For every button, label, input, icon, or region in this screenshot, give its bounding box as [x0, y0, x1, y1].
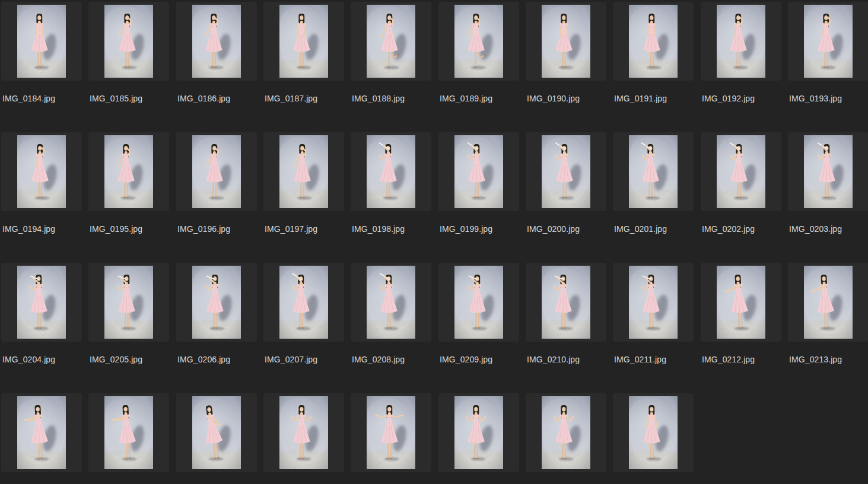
filename-label[interactable]: IMG_0213.jpg	[788, 355, 868, 365]
filename-label[interactable]: IMG_0191.jpg	[613, 94, 694, 104]
photo-thumbnail-tile[interactable]	[788, 132, 868, 211]
photo-thumbnail-tile[interactable]	[438, 263, 519, 342]
filename-label[interactable]: IMG_0212.jpg	[701, 355, 781, 365]
photo-thumbnail-tile[interactable]	[88, 393, 169, 472]
gallery-item[interactable]: IMG_0197.jpg	[263, 132, 344, 234]
filename-label[interactable]: IMG_0210.jpg	[526, 355, 606, 365]
photo-thumbnail-tile[interactable]	[788, 2, 868, 81]
photo-thumbnail-tile[interactable]	[351, 132, 431, 211]
gallery-item[interactable]: IMG_0211.jpg	[613, 263, 694, 365]
filename-label[interactable]: IMG_0192.jpg	[701, 94, 781, 104]
gallery-item[interactable]: IMG_0194.jpg	[1, 132, 82, 234]
filename-label[interactable]: IMG_0187.jpg	[263, 94, 344, 104]
photo-thumbnail-tile[interactable]	[701, 2, 781, 81]
filename-label[interactable]: IMG_0186.jpg	[176, 94, 257, 104]
gallery-item[interactable]	[351, 393, 431, 484]
photo-thumbnail-tile[interactable]	[88, 132, 169, 211]
filename-label[interactable]: IMG_0189.jpg	[438, 94, 519, 104]
gallery-item[interactable]: IMG_0209.jpg	[438, 263, 519, 365]
gallery-item[interactable]: IMG_0188.jpg	[351, 2, 431, 104]
photo-thumbnail-tile[interactable]	[526, 2, 606, 81]
gallery-item[interactable]	[1, 393, 82, 484]
gallery-item[interactable]: IMG_0206.jpg	[176, 263, 257, 365]
filename-label[interactable]: IMG_0208.jpg	[351, 355, 431, 365]
photo-thumbnail-tile[interactable]	[526, 263, 606, 342]
filename-label[interactable]: IMG_0188.jpg	[351, 94, 431, 104]
photo-thumbnail-tile[interactable]	[613, 2, 694, 81]
photo-thumbnail-tile[interactable]	[1, 393, 82, 472]
photo-thumbnail-tile[interactable]	[351, 393, 431, 472]
gallery-item[interactable]: IMG_0204.jpg	[1, 263, 82, 365]
gallery-item[interactable]: IMG_0192.jpg	[701, 2, 781, 104]
gallery-item[interactable]	[176, 393, 257, 484]
gallery-item[interactable]: IMG_0184.jpg	[1, 2, 82, 104]
photo-thumbnail-tile[interactable]	[263, 2, 344, 81]
photo-thumbnail-tile[interactable]	[788, 263, 868, 342]
photo-thumbnail-tile[interactable]	[438, 132, 519, 211]
gallery-item[interactable]: IMG_0186.jpg	[176, 2, 257, 104]
gallery-item[interactable]: IMG_0207.jpg	[263, 263, 344, 365]
filename-label[interactable]: IMG_0196.jpg	[176, 224, 257, 234]
photo-thumbnail-tile[interactable]	[176, 2, 257, 81]
filename-label[interactable]: IMG_0198.jpg	[351, 224, 431, 234]
filename-label[interactable]: IMG_0184.jpg	[1, 94, 82, 104]
photo-thumbnail-tile[interactable]	[613, 393, 694, 472]
gallery-item[interactable]: IMG_0193.jpg	[788, 2, 868, 104]
gallery-item[interactable]: IMG_0195.jpg	[88, 132, 169, 234]
photo-thumbnail-tile[interactable]	[1, 2, 82, 81]
photo-thumbnail-tile[interactable]	[176, 263, 257, 342]
filename-label[interactable]: IMG_0201.jpg	[613, 224, 694, 234]
filename-label[interactable]: IMG_0185.jpg	[88, 94, 169, 104]
photo-thumbnail-tile[interactable]	[1, 263, 82, 342]
photo-thumbnail-tile[interactable]	[263, 263, 344, 342]
photo-thumbnail-tile[interactable]	[88, 263, 169, 342]
photo-thumbnail-tile[interactable]	[613, 263, 694, 342]
gallery-item[interactable]: IMG_0185.jpg	[88, 2, 169, 104]
photo-thumbnail-tile[interactable]	[701, 132, 781, 211]
gallery-item[interactable]: IMG_0212.jpg	[701, 263, 781, 365]
filename-label[interactable]: IMG_0209.jpg	[438, 355, 519, 365]
photo-thumbnail-tile[interactable]	[526, 132, 606, 211]
gallery-item[interactable]: IMG_0201.jpg	[613, 132, 694, 234]
gallery-item[interactable]	[526, 393, 606, 484]
filename-label[interactable]: IMG_0200.jpg	[526, 224, 606, 234]
photo-thumbnail-tile[interactable]	[88, 2, 169, 81]
filename-label[interactable]: IMG_0211.jpg	[613, 355, 694, 365]
filename-label[interactable]: IMG_0193.jpg	[788, 94, 868, 104]
filename-label[interactable]: IMG_0195.jpg	[88, 224, 169, 234]
filename-label[interactable]: IMG_0202.jpg	[701, 224, 781, 234]
photo-thumbnail-tile[interactable]	[176, 393, 257, 472]
photo-thumbnail-tile[interactable]	[351, 263, 431, 342]
photo-thumbnail-tile[interactable]	[176, 132, 257, 211]
gallery-item[interactable]: IMG_0202.jpg	[701, 132, 781, 234]
photo-thumbnail-tile[interactable]	[351, 2, 431, 81]
filename-label[interactable]: IMG_0203.jpg	[788, 224, 868, 234]
photo-thumbnail-tile[interactable]	[1, 132, 82, 211]
photo-thumbnail-tile[interactable]	[263, 393, 344, 472]
gallery-item[interactable]: IMG_0196.jpg	[176, 132, 257, 234]
gallery-item[interactable]	[88, 393, 169, 484]
gallery-item[interactable]: IMG_0187.jpg	[263, 2, 344, 104]
gallery-item[interactable]: IMG_0208.jpg	[351, 263, 431, 365]
gallery-item[interactable]: IMG_0203.jpg	[788, 132, 868, 234]
gallery-item[interactable]: IMG_0190.jpg	[526, 2, 606, 104]
filename-label[interactable]: IMG_0206.jpg	[176, 355, 257, 365]
filename-label[interactable]: IMG_0207.jpg	[263, 355, 344, 365]
gallery-item[interactable]: IMG_0205.jpg	[88, 263, 169, 365]
gallery-item[interactable]	[263, 393, 344, 484]
filename-label[interactable]: IMG_0190.jpg	[526, 94, 606, 104]
filename-label[interactable]: IMG_0204.jpg	[1, 355, 82, 365]
photo-thumbnail-tile[interactable]	[613, 132, 694, 211]
gallery-item[interactable]: IMG_0210.jpg	[526, 263, 606, 365]
gallery-item[interactable]: IMG_0189.jpg	[438, 2, 519, 104]
photo-thumbnail-tile[interactable]	[263, 132, 344, 211]
filename-label[interactable]: IMG_0205.jpg	[88, 355, 169, 365]
photo-thumbnail-tile[interactable]	[526, 393, 606, 472]
gallery-item[interactable]	[438, 393, 519, 484]
photo-thumbnail-tile[interactable]	[438, 2, 519, 81]
gallery-item[interactable]: IMG_0198.jpg	[351, 132, 431, 234]
gallery-item[interactable]: IMG_0213.jpg	[788, 263, 868, 365]
photo-thumbnail-tile[interactable]	[438, 393, 519, 472]
gallery-item[interactable]: IMG_0200.jpg	[526, 132, 606, 234]
gallery-item[interactable]: IMG_0199.jpg	[438, 132, 519, 234]
